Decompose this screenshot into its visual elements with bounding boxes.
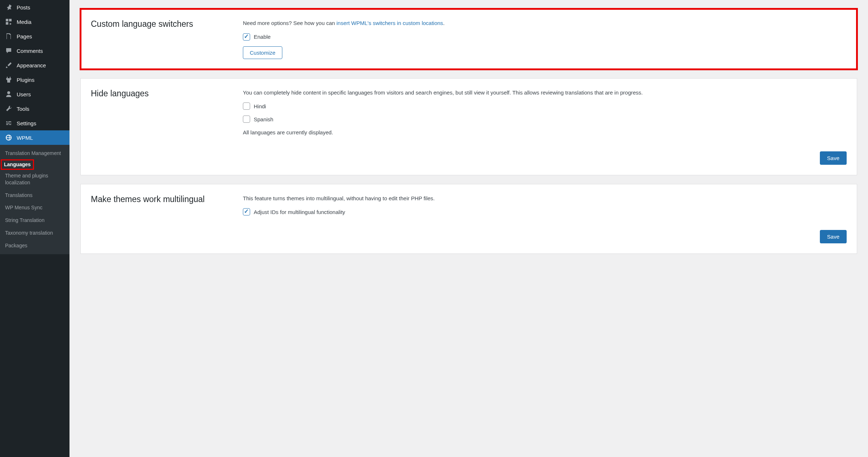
sidebar-item-label: WPML bbox=[17, 135, 33, 141]
sidebar-item-label: Appearance bbox=[17, 62, 46, 68]
sidebar-item-label: Settings bbox=[17, 120, 36, 126]
submenu-translation-management[interactable]: Translation Management bbox=[0, 147, 69, 160]
customize-button[interactable]: Customize bbox=[243, 46, 282, 59]
section-description: You can completely hide content in speci… bbox=[243, 89, 847, 97]
sidebar-item-tools[interactable]: Tools bbox=[0, 101, 69, 116]
sidebar-item-label: Pages bbox=[17, 33, 32, 39]
submenu-theme-localization[interactable]: Theme and plugins localization bbox=[0, 169, 69, 189]
checkbox-label: Spanish bbox=[254, 116, 273, 122]
status-text: All languages are currently displayed. bbox=[243, 129, 847, 137]
multilingual-section: Make themes work multilingual This featu… bbox=[80, 184, 857, 254]
plug-icon bbox=[4, 76, 13, 83]
sidebar-item-users[interactable]: Users bbox=[0, 87, 69, 101]
hindi-checkbox[interactable] bbox=[243, 102, 250, 110]
section-description: This feature turns themes into multiling… bbox=[243, 194, 847, 203]
sidebar-item-label: Comments bbox=[17, 48, 43, 54]
sidebar-item-wpml[interactable]: WPML bbox=[0, 130, 69, 145]
media-icon bbox=[4, 18, 13, 25]
brush-icon bbox=[4, 62, 13, 69]
sliders-icon bbox=[4, 120, 13, 127]
submenu-string-translation[interactable]: String Translation bbox=[0, 214, 69, 227]
checkbox-label: Enable bbox=[254, 34, 271, 40]
custom-locations-link[interactable]: insert WPML's switchers in custom locati… bbox=[337, 20, 443, 26]
sidebar-item-label: Tools bbox=[17, 106, 29, 112]
sidebar-item-comments[interactable]: Comments bbox=[0, 43, 69, 58]
enable-checkbox[interactable] bbox=[243, 33, 250, 41]
sidebar-item-plugins[interactable]: Plugins bbox=[0, 72, 69, 87]
submenu-languages[interactable]: Languages bbox=[1, 160, 34, 169]
sidebar-item-label: Posts bbox=[17, 4, 30, 11]
svg-point-0 bbox=[7, 91, 10, 94]
sidebar-item-label: Plugins bbox=[17, 77, 34, 83]
sidebar-item-label: Users bbox=[17, 91, 31, 97]
save-button[interactable]: Save bbox=[820, 230, 847, 243]
section-description: Need more options? See how you can inser… bbox=[243, 19, 847, 28]
sidebar-item-settings[interactable]: Settings bbox=[0, 116, 69, 130]
submenu-translations[interactable]: Translations bbox=[0, 189, 69, 202]
sidebar-item-media[interactable]: Media bbox=[0, 14, 69, 29]
sidebar-item-pages[interactable]: Pages bbox=[0, 29, 69, 43]
main-content: Custom language switchers Need more opti… bbox=[69, 0, 868, 457]
section-title: Custom language switchers bbox=[91, 19, 228, 59]
wpml-submenu: Translation Management Languages Theme a… bbox=[0, 145, 69, 254]
adjust-ids-checkbox[interactable] bbox=[243, 208, 250, 215]
admin-sidebar: Posts Media Pages Comments Appearance Pl… bbox=[0, 0, 69, 457]
comment-icon bbox=[4, 47, 13, 54]
sidebar-item-appearance[interactable]: Appearance bbox=[0, 58, 69, 72]
checkbox-label: Hindi bbox=[254, 103, 266, 109]
pin-icon bbox=[4, 4, 13, 11]
checkbox-label: Adjust IDs for multilingual functionalit… bbox=[254, 209, 345, 215]
hide-languages-section: Hide languages You can completely hide c… bbox=[80, 78, 857, 175]
save-button[interactable]: Save bbox=[820, 151, 847, 165]
submenu-taxonomy-translation[interactable]: Taxonomy translation bbox=[0, 227, 69, 239]
submenu-packages[interactable]: Packages bbox=[0, 239, 69, 252]
wpml-icon bbox=[4, 134, 13, 141]
sidebar-item-posts[interactable]: Posts bbox=[0, 0, 69, 14]
spanish-checkbox[interactable] bbox=[243, 116, 250, 123]
page-icon bbox=[4, 33, 13, 40]
section-title: Make themes work multilingual bbox=[91, 194, 228, 222]
submenu-wp-menus-sync[interactable]: WP Menus Sync bbox=[0, 201, 69, 214]
sidebar-item-label: Media bbox=[17, 19, 31, 25]
custom-switchers-section: Custom language switchers Need more opti… bbox=[80, 9, 857, 70]
user-icon bbox=[4, 91, 13, 98]
wrench-icon bbox=[4, 105, 13, 112]
section-title: Hide languages bbox=[91, 89, 228, 143]
